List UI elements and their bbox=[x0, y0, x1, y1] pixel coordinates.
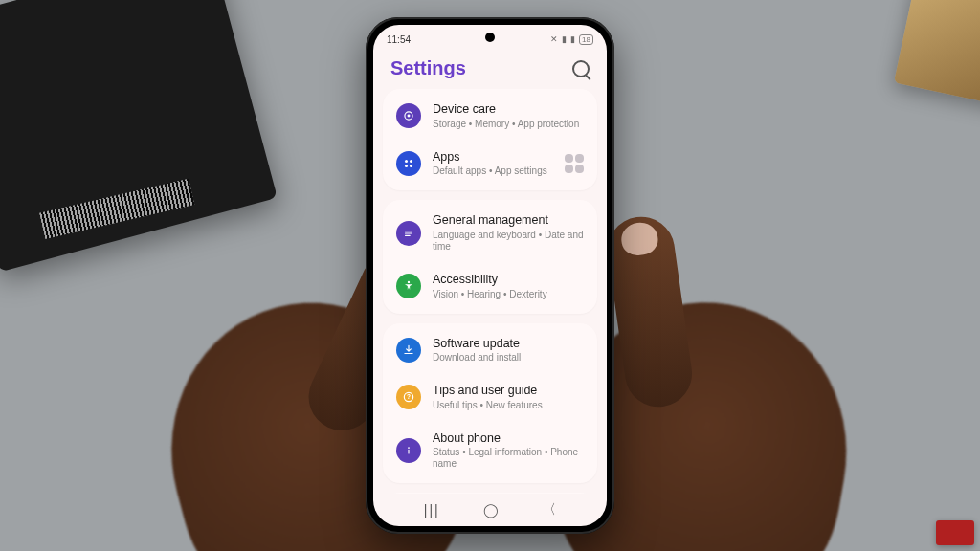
nav-home[interactable]: ◯ bbox=[483, 502, 499, 518]
settings-header: Settings bbox=[373, 50, 607, 89]
watermark-badge bbox=[936, 520, 974, 545]
nav-bar: ||| ◯ 〈 bbox=[373, 494, 607, 526]
svg-rect-6 bbox=[405, 231, 412, 231]
prop-block bbox=[894, 0, 980, 106]
item-subtitle: Useful tips • New features bbox=[433, 400, 584, 411]
settings-item-apps[interactable]: Apps Default apps • App settings bbox=[383, 140, 597, 187]
svg-text:?: ? bbox=[407, 394, 411, 401]
update-icon bbox=[396, 338, 421, 363]
item-title: Tips and user guide bbox=[433, 384, 584, 399]
svg-point-3 bbox=[410, 160, 412, 163]
settings-list[interactable]: Device care Storage • Memory • App prote… bbox=[373, 89, 607, 494]
item-title: Device care bbox=[433, 102, 584, 118]
front-camera bbox=[485, 33, 495, 42]
svg-point-2 bbox=[405, 160, 408, 163]
settings-item-about-phone[interactable]: About phone Status • Legal information •… bbox=[383, 421, 597, 480]
phone-screen: 11:54 ✕ ▮ ▮ 18 Settings Device care bbox=[373, 25, 607, 526]
settings-group: General management Language and keyboard… bbox=[383, 200, 597, 313]
settings-group: Device care Storage • Memory • App prote… bbox=[383, 89, 597, 190]
about-icon bbox=[396, 438, 421, 463]
item-title: Accessibility bbox=[433, 273, 584, 288]
product-box: Galaxy S25 Ultra bbox=[0, 0, 278, 272]
svg-point-1 bbox=[408, 115, 411, 118]
grid-icon[interactable] bbox=[565, 154, 584, 173]
item-subtitle: Download and install bbox=[433, 352, 584, 364]
status-icons: ✕ ▮ ▮ 18 bbox=[550, 34, 593, 45]
mute-icon: ✕ bbox=[550, 34, 558, 44]
nav-recents[interactable]: ||| bbox=[424, 502, 440, 518]
signal-icon: ▮ bbox=[562, 34, 567, 44]
status-time: 11:54 bbox=[387, 34, 411, 45]
device-care-icon bbox=[396, 103, 421, 128]
phone-frame: 11:54 ✕ ▮ ▮ 18 Settings Device care bbox=[366, 17, 614, 534]
settings-group: Software update Download and install ? T… bbox=[383, 323, 597, 484]
item-title: General management bbox=[433, 213, 584, 229]
svg-point-9 bbox=[408, 281, 410, 283]
item-subtitle: Vision • Hearing • Dexterity bbox=[433, 289, 584, 300]
settings-item-software-update[interactable]: Software update Download and install bbox=[383, 327, 597, 374]
settings-item-general-management[interactable]: General management Language and keyboard… bbox=[383, 204, 597, 262]
search-icon[interactable] bbox=[572, 60, 590, 77]
item-title: Software update bbox=[433, 337, 584, 352]
item-title: Apps bbox=[433, 150, 553, 165]
settings-item-accessibility[interactable]: Accessibility Vision • Hearing • Dexteri… bbox=[383, 262, 597, 310]
svg-rect-13 bbox=[408, 450, 409, 454]
apps-icon bbox=[396, 151, 421, 176]
item-subtitle: Default apps • App settings bbox=[433, 165, 553, 177]
item-subtitle: Language and keyboard • Date and time bbox=[433, 230, 584, 253]
tips-icon: ? bbox=[396, 385, 421, 409]
item-subtitle: Storage • Memory • App protection bbox=[433, 119, 584, 130]
accessibility-icon bbox=[396, 274, 421, 298]
svg-point-4 bbox=[405, 165, 408, 167]
battery-icon: 18 bbox=[579, 34, 593, 45]
nav-back[interactable]: 〈 bbox=[543, 501, 556, 518]
barcode bbox=[39, 179, 194, 239]
general-icon bbox=[396, 221, 421, 246]
item-title: About phone bbox=[433, 431, 584, 447]
svg-point-12 bbox=[408, 447, 410, 449]
page-title: Settings bbox=[390, 57, 466, 79]
settings-item-tips[interactable]: ? Tips and user guide Useful tips • New … bbox=[383, 373, 597, 421]
settings-item-device-care[interactable]: Device care Storage • Memory • App prote… bbox=[383, 93, 597, 140]
svg-rect-7 bbox=[405, 232, 412, 233]
signal-icon-2: ▮ bbox=[570, 34, 575, 44]
svg-point-5 bbox=[410, 165, 412, 167]
svg-rect-8 bbox=[405, 234, 411, 235]
item-subtitle: Status • Legal information • Phone name bbox=[433, 447, 584, 470]
